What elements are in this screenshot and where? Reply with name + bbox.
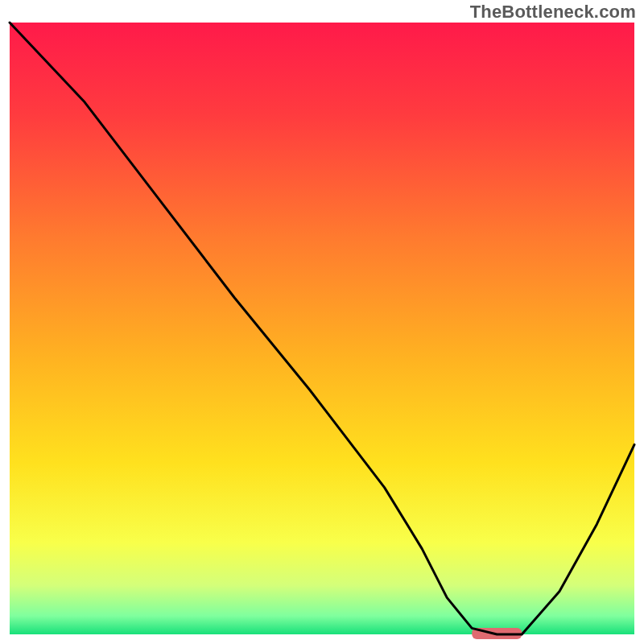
bottleneck-chart — [0, 0, 644, 644]
chart-stage: TheBottleneck.com — [0, 0, 644, 644]
watermark-text: TheBottleneck.com — [470, 2, 636, 23]
plot-background — [10, 23, 634, 634]
